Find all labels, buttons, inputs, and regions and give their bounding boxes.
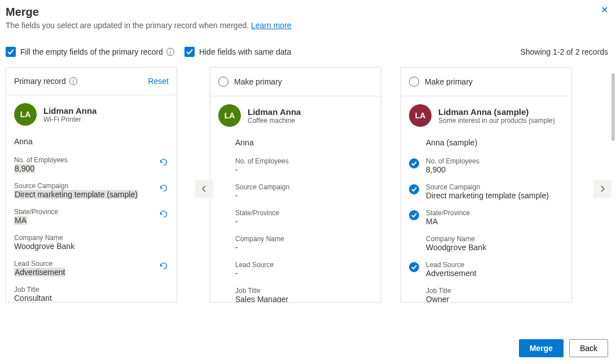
learn-more-link[interactable]: Learn more [251,21,292,30]
field-label: Job Title [14,286,52,294]
generic-value: Anna [235,132,373,153]
field-label: Source Campaign [235,183,289,191]
field-label: State/Province [14,208,58,216]
merge-button[interactable]: Merge [519,339,564,357]
field-value: Woodgrove Bank [426,243,486,252]
field-value: - [235,165,289,174]
scrollbar-thumb[interactable] [611,73,615,141]
field-value: Advertisement [426,269,476,278]
secondary-record-card: Make primary LA Lidman Anna (sample) Som… [401,67,572,303]
record-name: Lidman Anna [43,106,96,116]
field-label: No. of Employees [235,157,289,165]
field-label: Job Title [235,287,288,295]
reset-link[interactable]: Reset [148,77,169,86]
hide-same-checkbox[interactable] [184,47,195,57]
field-label: Company Name [426,235,486,243]
field-value: 8,900 [426,165,479,174]
fill-empty-label: Fill the empty fields of the primary rec… [20,47,163,56]
record-name: Lidman Anna [248,107,301,117]
field-label: Source Campaign [426,183,549,191]
record-sub: Coffee machine [248,117,301,125]
generic-value: Anna (sample) [409,132,564,153]
undo-icon[interactable] [159,156,169,169]
field-select-radio[interactable] [409,184,419,194]
make-primary-label: Make primary [234,77,282,86]
field-label: Source Campaign [14,182,138,190]
field-value: MA [426,217,470,226]
field-label: Lead Source [426,261,476,269]
field-label: State/Province [235,209,279,217]
fill-empty-checkbox[interactable] [6,47,16,57]
field-value: - [235,243,284,252]
field-label: No. of Employees [426,157,479,165]
field-value: MA [14,216,27,225]
nav-prev-icon[interactable] [195,180,213,198]
field-label: Company Name [235,235,284,243]
field-value: - [235,217,279,226]
generic-value: Anna [14,131,169,152]
field-value: - [235,269,274,278]
make-primary-radio[interactable] [409,77,419,87]
field-value: Advertisement [14,268,65,277]
close-icon[interactable]: ✕ [601,5,608,15]
undo-icon[interactable] [159,208,169,221]
field-label: State/Province [426,209,470,217]
hide-same-label: Hide fields with same data [199,47,291,56]
field-value: Direct marketing template (sample) [14,190,138,199]
dialog-subtitle: The fields you select are updated in the… [6,21,608,30]
field-value: - [235,191,289,200]
field-select-radio[interactable] [409,262,419,272]
field-label: Company Name [14,234,74,242]
undo-icon[interactable] [159,260,169,273]
nav-next-icon[interactable] [593,180,611,198]
info-icon[interactable]: i [69,77,77,85]
undo-icon[interactable] [159,182,169,195]
primary-record-card: Primary record i Reset LA Lidman Anna Wi… [6,67,177,303]
field-select-radio[interactable] [409,210,419,220]
back-button[interactable]: Back [569,339,608,357]
subtitle-text: The fields you select are updated in the… [6,21,251,30]
secondary-record-card: Make primary LA Lidman Anna Coffee machi… [210,67,381,303]
field-value: 8,900 [14,164,35,173]
field-label: No. of Employees [14,156,68,164]
dialog-title: Merge [6,6,608,19]
avatar: LA [409,104,432,127]
field-label: Job Title [426,287,451,295]
field-value: Sales Manager [235,295,288,303]
field-value: Consultant [14,294,52,303]
record-counter: Showing 1-2 of 2 records [520,47,608,56]
field-select-radio[interactable] [409,158,419,168]
avatar: LA [218,104,241,127]
record-sub: Wi-Fi Printer [43,116,96,123]
record-sub: Some interest in our products (sample) [438,117,555,125]
record-name: Lidman Anna (sample) [438,107,555,117]
avatar: LA [14,103,37,126]
field-value: Woodgrove Bank [14,242,74,251]
info-icon[interactable]: i [166,48,174,56]
field-value: Owner [426,295,451,303]
field-value: Direct marketing template (sample) [426,191,549,200]
field-label: Lead Source [14,260,65,268]
primary-record-label: Primary record [14,77,66,86]
field-label: Lead Source [235,261,274,269]
make-primary-label: Make primary [425,77,473,86]
make-primary-radio[interactable] [218,77,228,87]
